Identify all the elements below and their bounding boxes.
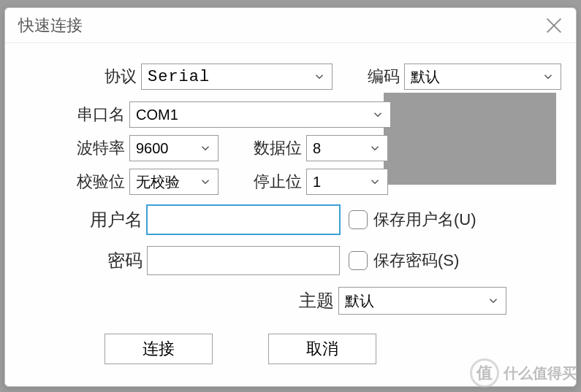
save-username-checkbox[interactable] (349, 210, 368, 229)
encoding-value: 默认 (411, 67, 440, 87)
watermark-text: 什么值得买 (504, 364, 577, 383)
encoding-select[interactable]: 默认 (404, 64, 561, 90)
port-label: 串口名 (20, 104, 125, 126)
chevron-down-icon (368, 142, 381, 155)
cancel-button-label: 取消 (306, 338, 338, 360)
port-value: COM1 (136, 107, 178, 123)
watermark-badge: 值 (470, 358, 499, 388)
cancel-button[interactable]: 取消 (268, 334, 376, 364)
username-input[interactable] (147, 205, 340, 234)
preview-placeholder (384, 93, 556, 185)
chevron-down-icon (199, 142, 212, 155)
chevron-down-icon (313, 70, 326, 83)
protocol-value: Serial (148, 68, 210, 86)
stopbits-value: 1 (313, 174, 321, 191)
parity-label: 校验位 (20, 171, 125, 193)
encoding-label: 编码 (343, 66, 400, 88)
parity-select[interactable]: 无校验 (129, 169, 219, 195)
password-label: 密码 (20, 249, 143, 272)
theme-select[interactable]: 默认 (338, 287, 506, 315)
baud-select[interactable]: 9600 (129, 135, 219, 161)
save-password-label: 保存密码(S) (373, 250, 459, 272)
connect-button-label: 连接 (143, 338, 175, 360)
baud-value: 9600 (136, 140, 169, 157)
databits-label: 数据位 (226, 137, 302, 159)
username-label: 用户名 (20, 208, 143, 231)
databits-value: 8 (313, 140, 321, 157)
chevron-down-icon (199, 175, 212, 188)
password-input[interactable] (147, 246, 340, 275)
protocol-select[interactable]: Serial (141, 64, 333, 90)
dialog-title: 快速连接 (18, 15, 544, 36)
chevron-down-icon (487, 294, 500, 307)
stopbits-select[interactable]: 1 (306, 169, 388, 195)
baud-label: 波特率 (20, 137, 125, 159)
theme-value: 默认 (345, 291, 374, 311)
chevron-down-icon (371, 108, 384, 121)
databits-select[interactable]: 8 (306, 135, 388, 161)
watermark: 值 什么值得买 (470, 358, 577, 388)
titlebar: 快速连接 (5, 8, 576, 43)
quick-connect-dialog: 快速连接 协议 Serial 编码 默认 串口名 COM1 (4, 7, 577, 387)
close-icon[interactable] (544, 15, 564, 36)
dialog-body: 协议 Serial 编码 默认 串口名 COM1 波特率 9600 (5, 43, 576, 379)
chevron-down-icon (542, 70, 555, 83)
port-select[interactable]: COM1 (129, 101, 391, 128)
theme-label: 主题 (20, 289, 334, 312)
save-password-checkbox[interactable] (349, 251, 368, 270)
protocol-label: 协议 (20, 66, 137, 88)
save-username-label: 保存用户名(U) (373, 209, 476, 231)
stopbits-label: 停止位 (226, 171, 302, 193)
connect-button[interactable]: 连接 (105, 334, 213, 364)
parity-value: 无校验 (136, 172, 180, 192)
chevron-down-icon (368, 175, 381, 188)
